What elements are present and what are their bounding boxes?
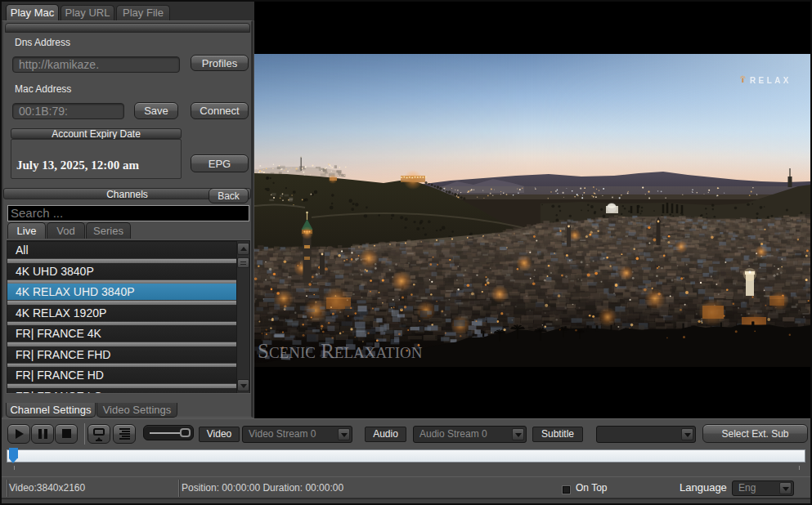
svg-text:RELAX: RELAX <box>750 76 792 85</box>
svg-text:SCENIC RELAXATION: SCENIC RELAXATION <box>258 340 423 362</box>
